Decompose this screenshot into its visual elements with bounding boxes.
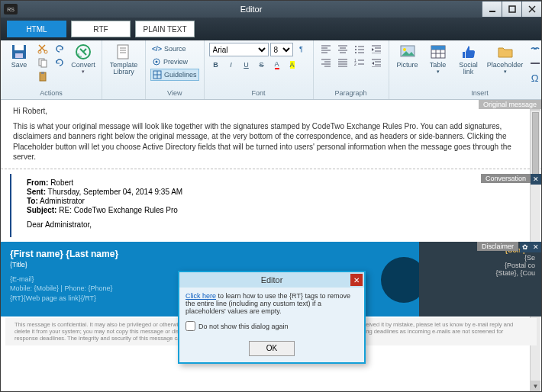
- source-button[interactable]: </>Source: [150, 43, 199, 55]
- indent-icon: [371, 44, 382, 53]
- italic-button[interactable]: I: [224, 59, 238, 71]
- convert-label: Convert: [71, 62, 95, 69]
- font-color-icon: A: [275, 60, 279, 69]
- maximize-button[interactable]: [502, 2, 521, 17]
- social-link-button[interactable]: Social link: [455, 43, 482, 76]
- code-icon: </>: [152, 45, 162, 53]
- ribbon-group-font: Arial 8 ¶ B I U S A A Font: [205, 40, 314, 99]
- picture-button[interactable]: Picture: [394, 43, 421, 69]
- svg-point-8: [44, 50, 47, 53]
- to-label: To:: [27, 197, 38, 205]
- grid-icon: [153, 70, 162, 79]
- clear-format-button[interactable]: ¶: [295, 43, 308, 55]
- close-button[interactable]: [521, 2, 541, 17]
- guidelines-button[interactable]: Guidelines: [150, 69, 199, 81]
- link-button[interactable]: [528, 43, 542, 55]
- svg-point-58: [403, 48, 406, 51]
- conversation-section[interactable]: From: Robert Sent: Thursday, September 0…: [10, 174, 532, 237]
- svg-text:2: 2: [354, 62, 356, 66]
- dont-show-label: Do not show this dialog again: [198, 323, 289, 330]
- undo-button[interactable]: [53, 43, 66, 55]
- salutation-text: Dear Administrator,: [27, 220, 520, 229]
- conversation-close-button[interactable]: ✕: [531, 174, 541, 185]
- window-title: Editor: [21, 5, 482, 14]
- dialog-close-button[interactable]: ✕: [350, 274, 363, 286]
- redo-button[interactable]: [53, 56, 66, 69]
- outdent-button[interactable]: [369, 56, 384, 69]
- group-label-view: View: [150, 88, 199, 98]
- scroll-thumb[interactable]: [532, 112, 539, 181]
- align-left-button[interactable]: [318, 43, 334, 55]
- paste-button[interactable]: [36, 70, 50, 82]
- dialog-title: Editor: [261, 275, 283, 284]
- disclaimer-settings-button[interactable]: ✿: [520, 242, 531, 252]
- sig-line2: {Se: [425, 254, 535, 262]
- underline-button[interactable]: U: [240, 59, 253, 71]
- template-icon: [115, 43, 133, 61]
- italic-icon: I: [230, 61, 232, 69]
- align-center-button[interactable]: [335, 43, 350, 55]
- cut-button[interactable]: [36, 43, 50, 55]
- minimize-button[interactable]: [482, 2, 502, 17]
- disclaimer-close-button[interactable]: ✕: [531, 242, 541, 252]
- dialog-link[interactable]: Click here: [186, 292, 216, 300]
- font-size-select[interactable]: 8: [270, 43, 293, 56]
- sig-title: {Title}: [10, 260, 365, 270]
- dropdown-caret-icon: ▾: [82, 69, 85, 75]
- align-justify-button[interactable]: [335, 56, 350, 69]
- save-label: Save: [11, 62, 27, 69]
- ribbon-group-view: </>Source Preview Guidelines View: [146, 40, 205, 99]
- bold-button[interactable]: B: [209, 59, 223, 71]
- sig-name: {First name} {Last name}: [10, 248, 365, 261]
- highlight-button[interactable]: A: [286, 59, 299, 71]
- align-center-icon: [337, 44, 348, 53]
- svg-rect-5: [15, 45, 24, 50]
- strike-button[interactable]: S: [255, 59, 269, 71]
- bullets-icon: [354, 44, 365, 53]
- symbol-button[interactable]: Ω: [528, 72, 542, 84]
- dialog-ok-button[interactable]: OK: [249, 341, 295, 356]
- copy-icon: [37, 57, 48, 68]
- numbered-list-button[interactable]: 12: [352, 56, 367, 69]
- convert-button[interactable]: Convert ▾: [69, 43, 97, 75]
- thumbs-up-icon: [460, 43, 478, 61]
- indent-button[interactable]: [369, 43, 384, 55]
- align-right-button[interactable]: [318, 56, 334, 69]
- table-button[interactable]: Table ▾: [424, 43, 452, 75]
- sig-right-panel: {Compan {Se {Postal co {State}, {Cou: [419, 242, 541, 316]
- scroll-down-icon[interactable]: ▼: [531, 381, 540, 391]
- bullet-list-button[interactable]: [352, 43, 367, 55]
- group-label-template: [107, 88, 140, 98]
- sig-line4: {State}, {Cou: [425, 269, 535, 277]
- group-label-insert: Insert: [394, 88, 542, 98]
- title-bar: RS Editor: [1, 1, 541, 18]
- placeholder-button[interactable]: Placeholder ▾: [486, 43, 525, 75]
- original-message-section[interactable]: Hi Robert, This is what your original me…: [1, 100, 541, 169]
- bold-icon: B: [213, 61, 218, 69]
- strike-icon: S: [260, 61, 264, 69]
- tab-rtf[interactable]: RTF: [71, 21, 131, 37]
- save-button[interactable]: Save: [5, 43, 33, 69]
- svg-point-31: [355, 46, 356, 47]
- disclaimer-badge: Disclaimer: [477, 242, 518, 251]
- tab-html[interactable]: HTML: [7, 21, 66, 37]
- body-text: This is what your original message will …: [13, 121, 529, 162]
- picture-icon: [398, 43, 417, 61]
- font-family-select[interactable]: Arial: [209, 43, 269, 56]
- tab-plain[interactable]: PLAIN TEXT: [135, 21, 195, 37]
- template-library-button[interactable]: Template Library: [107, 43, 140, 76]
- svg-point-19: [156, 61, 158, 63]
- font-color-button[interactable]: A: [270, 59, 284, 71]
- sig-line3: {Postal co: [425, 262, 535, 269]
- svg-point-35: [355, 52, 356, 53]
- copy-button[interactable]: [36, 56, 50, 69]
- hr-button[interactable]: [528, 57, 542, 69]
- dont-show-checkbox[interactable]: [186, 321, 195, 331]
- source-label: Source: [164, 45, 186, 53]
- ribbon-group-insert: Picture Table ▾ Social link Placeholder …: [389, 40, 542, 99]
- preview-button[interactable]: Preview: [150, 56, 199, 68]
- svg-rect-12: [41, 72, 44, 74]
- align-right-icon: [321, 58, 331, 67]
- placeholder-label: Placeholder: [487, 62, 524, 69]
- table-label: Table: [430, 62, 447, 69]
